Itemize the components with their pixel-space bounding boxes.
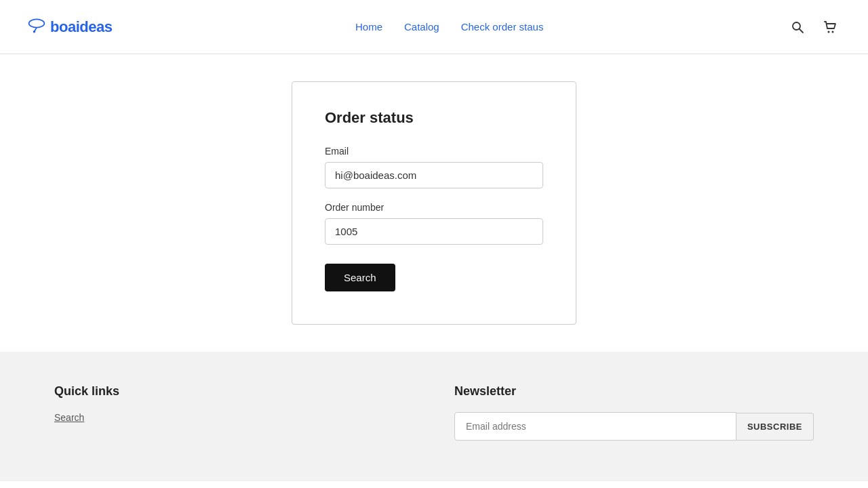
quick-link-search[interactable]: Search [54, 412, 414, 423]
nav-catalog[interactable]: Catalog [404, 21, 439, 33]
search-button[interactable]: Search [325, 264, 395, 291]
svg-point-2 [33, 30, 36, 33]
quick-links-section: Quick links Search [54, 384, 414, 441]
subscribe-button[interactable]: SUBSCRIBE [736, 413, 814, 441]
order-status-title: Order status [325, 109, 543, 127]
email-label: Email [325, 146, 543, 157]
header: boaideas Home Catalog Check order staus [0, 0, 868, 54]
logo-text: boaideas [50, 18, 112, 36]
order-number-input[interactable] [325, 218, 543, 245]
cart-icon[interactable] [819, 16, 841, 38]
newsletter-row: SUBSCRIBE [454, 412, 814, 441]
svg-point-6 [832, 30, 834, 33]
search-icon[interactable] [787, 16, 808, 38]
svg-line-4 [800, 29, 803, 33]
order-status-card: Order status Email Order number Search [292, 81, 576, 325]
svg-point-3 [793, 22, 800, 30]
order-number-label: Order number [325, 202, 543, 213]
logo[interactable]: boaideas [27, 18, 112, 36]
email-input[interactable] [325, 162, 543, 188]
main-content: Order status Email Order number Search [0, 54, 868, 352]
svg-point-0 [29, 19, 45, 27]
logo-icon [27, 18, 46, 36]
email-group: Email [325, 146, 543, 188]
newsletter-email-input[interactable] [454, 412, 736, 441]
quick-links-heading: Quick links [54, 384, 414, 399]
header-icons [787, 16, 841, 38]
svg-point-5 [828, 30, 830, 33]
main-nav: Home Catalog Check order staus [355, 21, 543, 33]
footer: Quick links Search Newsletter SUBSCRIBE [0, 352, 868, 481]
newsletter-section: Newsletter SUBSCRIBE [454, 384, 814, 441]
nav-check-order[interactable]: Check order staus [461, 21, 544, 33]
order-number-group: Order number [325, 202, 543, 245]
nav-home[interactable]: Home [355, 21, 382, 33]
newsletter-heading: Newsletter [454, 384, 814, 399]
